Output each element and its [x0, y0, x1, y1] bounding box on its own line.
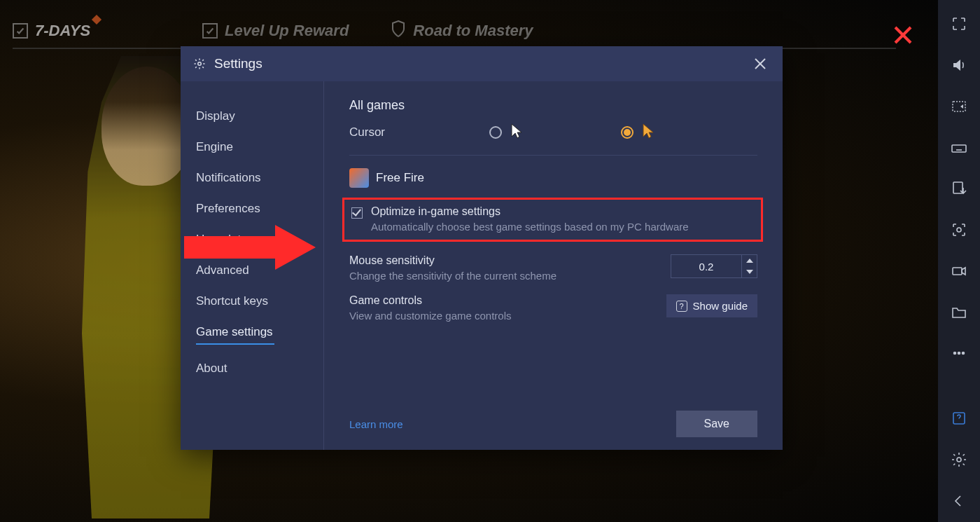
sidebar-item-userdata[interactable]: User data [181, 224, 323, 255]
modal-footer: Learn more Save [349, 399, 757, 437]
nav-label: Road to Mastery [413, 22, 533, 40]
optimize-checkbox[interactable] [351, 207, 363, 219]
keymap-icon[interactable] [950, 98, 968, 116]
svg-rect-3 [952, 145, 966, 152]
save-button[interactable]: Save [676, 411, 757, 437]
svg-point-14 [962, 352, 965, 355]
keyboard-icon[interactable] [950, 139, 968, 156]
optimize-title: Optimize in-game settings [371, 205, 689, 218]
check-icon [13, 23, 28, 39]
show-guide-button[interactable]: ? Show guide [666, 294, 757, 317]
svg-point-13 [958, 352, 960, 355]
game-controls-row: Game controls View and customize game co… [349, 294, 757, 322]
close-game-button[interactable] [888, 20, 918, 50]
back-icon[interactable] [950, 492, 968, 509]
radio-selected-icon [621, 126, 634, 139]
game-name: Free Fire [376, 171, 424, 185]
shield-icon [391, 20, 406, 42]
more-icon[interactable] [950, 345, 968, 362]
folder-icon[interactable] [950, 303, 968, 321]
settings-modal: Settings Display Engine Notifications Pr… [181, 46, 783, 450]
screenshot-icon[interactable] [950, 221, 968, 239]
sidebar-item-advanced[interactable]: Advanced [181, 255, 323, 286]
sidebar-item-gamesettings[interactable]: Game settings [181, 317, 323, 353]
settings-gear-icon[interactable] [950, 451, 968, 469]
controls-title: Game controls [349, 294, 652, 307]
mouse-sensitivity-input[interactable] [671, 255, 741, 277]
character-head [102, 67, 192, 186]
game-block-freefire: Free Fire Optimize in-game settings Auto… [349, 168, 757, 322]
stepper-up[interactable] [742, 255, 757, 266]
gear-icon [193, 57, 206, 70]
cursor-white-icon [510, 123, 523, 142]
record-icon[interactable] [950, 263, 968, 280]
svg-rect-11 [953, 268, 962, 275]
cursor-row: Cursor [349, 123, 757, 156]
nav-label: Level Up Reward [225, 22, 349, 40]
settings-sidebar: Display Engine Notifications Preferences… [181, 81, 324, 450]
svg-point-10 [957, 228, 961, 232]
svg-point-12 [954, 352, 956, 355]
modal-close-button[interactable] [750, 54, 770, 74]
sidebar-item-label: Game settings [196, 325, 273, 338]
sidebar-item-preferences[interactable]: Preferences [181, 193, 323, 224]
freefire-app-icon [349, 168, 369, 188]
cursor-label: Cursor [349, 125, 482, 139]
nav-label: 7-DAYS [35, 22, 90, 40]
fullscreen-icon[interactable] [950, 15, 968, 33]
install-apk-icon[interactable] [950, 180, 968, 198]
mouse-sensitivity-row: Mouse sensitivity Change the sensitivity… [349, 254, 757, 282]
game-top-nav: 7-DAYS Level Up Reward Road to Mastery [13, 21, 896, 49]
emulator-sidebar [938, 0, 980, 522]
sidebar-item-shortcuts[interactable]: Shortcut keys [181, 286, 323, 317]
question-icon: ? [676, 301, 687, 312]
nav-levelup[interactable]: Level Up Reward [202, 22, 349, 40]
mouse-title: Mouse sensitivity [349, 254, 657, 267]
svg-point-17 [198, 62, 202, 66]
mouse-sensitivity-stepper [671, 254, 757, 278]
sidebar-item-about[interactable]: About [181, 353, 323, 384]
nav-mastery[interactable]: Road to Mastery [391, 20, 533, 42]
modal-title: Settings [214, 56, 262, 71]
settings-content: All games Cursor Free Fire [324, 81, 783, 450]
cursor-option-orange[interactable] [621, 123, 654, 142]
learn-more-link[interactable]: Learn more [349, 418, 403, 430]
mouse-desc: Change the sensitivity of the current sc… [349, 270, 657, 282]
stepper-down[interactable] [742, 266, 757, 277]
sidebar-item-display[interactable]: Display [181, 101, 323, 132]
help-icon[interactable] [950, 410, 968, 427]
modal-header: Settings [181, 46, 783, 81]
cursor-orange-icon [642, 123, 654, 142]
volume-icon[interactable] [950, 57, 968, 74]
check-icon [202, 23, 218, 39]
show-guide-label: Show guide [693, 300, 748, 312]
radio-unselected-icon [489, 126, 502, 139]
svg-point-16 [957, 458, 961, 462]
svg-rect-2 [953, 102, 965, 111]
cursor-option-white[interactable] [489, 123, 523, 142]
controls-desc: View and customize game controls [349, 310, 652, 322]
sidebar-item-engine[interactable]: Engine [181, 132, 323, 163]
nav-7days[interactable]: 7-DAYS [13, 22, 90, 40]
annotation-highlight: Optimize in-game settings Automatically … [342, 198, 763, 242]
section-all-games: All games [349, 98, 757, 113]
sidebar-item-notifications[interactable]: Notifications [181, 163, 323, 193]
optimize-desc: Automatically choose best game settings … [371, 221, 689, 233]
